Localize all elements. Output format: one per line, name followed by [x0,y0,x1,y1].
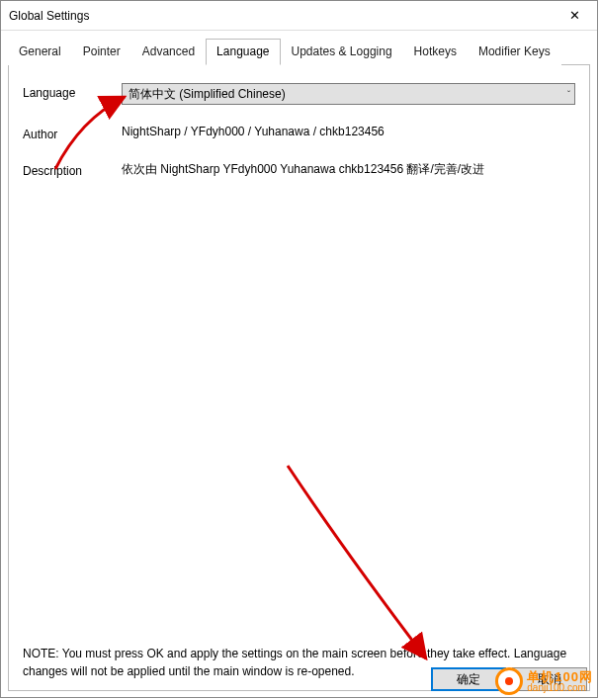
tab-label: General [19,44,61,58]
row-description: Description 依次由 NightSharp YFdyh000 Yuha… [23,161,575,178]
tab-panel-language: Language 简体中文 (Simplified Chinese) ˇ Aut… [8,64,590,691]
client-area: General Pointer Advanced Language Update… [1,31,597,697]
chevron-down-icon: ˇ [567,89,570,99]
close-button[interactable]: ✕ [553,1,597,30]
cancel-button-label: 取消 [538,671,561,688]
ok-button-label: 确定 [457,671,480,688]
tab-label: Updates & Logging [292,44,392,58]
tab-label: Hotkeys [414,44,457,58]
tab-general[interactable]: General [8,39,72,65]
tab-pointer[interactable]: Pointer [72,39,131,65]
tab-language[interactable]: Language [206,39,280,65]
tab-label: Modifier Keys [478,44,551,58]
author-value: NightSharp / YFdyh000 / Yuhanawa / chkb1… [122,125,575,138]
tab-label: Advanced [142,44,195,58]
language-combobox[interactable]: 简体中文 (Simplified Chinese) ˇ [122,83,575,105]
tab-modifier[interactable]: Modifier Keys [468,39,561,65]
dialog-buttons: 确定 取消 [431,667,587,691]
close-icon: ✕ [569,8,580,23]
description-label: Description [23,161,122,178]
tab-advanced[interactable]: Advanced [131,39,206,65]
window-title: Global Settings [9,9,89,23]
row-language: Language 简体中文 (Simplified Chinese) ˇ [23,83,575,105]
tab-label: Pointer [83,44,121,58]
tab-label: Language [216,44,269,58]
tab-updates[interactable]: Updates & Logging [281,39,403,65]
language-combobox-value: 简体中文 (Simplified Chinese) [129,86,286,103]
description-value: 依次由 NightSharp YFdyh000 Yuhanawa chkb123… [122,161,575,178]
titlebar: Global Settings ✕ [1,1,597,31]
author-label: Author [23,125,122,141]
cancel-button[interactable]: 取消 [512,667,587,691]
settings-window: Global Settings ✕ General Pointer Advanc… [0,0,598,698]
tab-hotkeys[interactable]: Hotkeys [403,39,468,65]
ok-button[interactable]: 确定 [431,667,506,691]
row-author: Author NightSharp / YFdyh000 / Yuhanawa … [23,125,575,141]
language-label: Language [23,83,122,100]
tabstrip: General Pointer Advanced Language Update… [8,38,590,64]
